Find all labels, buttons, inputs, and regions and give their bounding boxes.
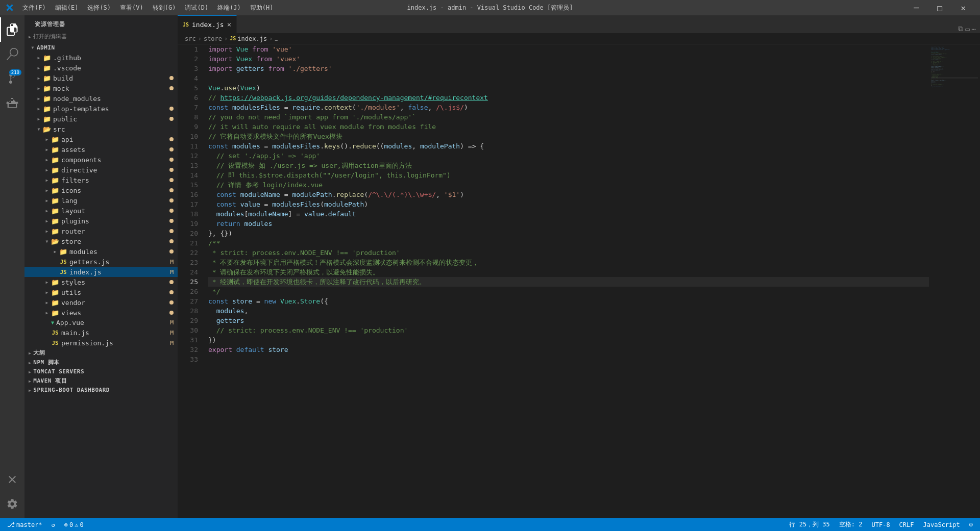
outline-section[interactable]: 大纲 xyxy=(24,348,178,358)
menu-debug[interactable]: 调试(D) xyxy=(181,3,212,13)
tree-item-github[interactable]: 📁 .github xyxy=(24,53,178,63)
cursor-position[interactable]: 行 25，列 35 xyxy=(787,520,831,529)
tree-item-vscode[interactable]: 📁 .vscode xyxy=(24,63,178,73)
npm-scripts-section[interactable]: NPM 脚本 xyxy=(24,358,178,367)
breadcrumb-symbol[interactable]: … xyxy=(275,35,278,42)
encoding-info[interactable]: UTF-8 xyxy=(869,521,892,528)
tomcat-servers-section[interactable]: TOMCAT SERVERS xyxy=(24,367,178,376)
error-count: 0 xyxy=(69,521,73,528)
code-editor[interactable]: 1 2 3 4 5 6 7 8 9 10 11 12 13 14 15 16 1 xyxy=(178,44,980,518)
tab-index-js[interactable]: JS index.js × xyxy=(178,15,237,33)
titlebar-left: 文件(F) 编辑(E) 选择(S) 查看(V) 转到(G) 调试(D) 终端(J… xyxy=(5,3,278,13)
breadcrumb-store[interactable]: store xyxy=(204,35,222,42)
tree-item-utils[interactable]: 📁 utils xyxy=(24,287,178,297)
window-title: index.js - admin - Visual Studio Code [管… xyxy=(407,4,573,12)
ln-13: 13 xyxy=(178,161,198,170)
tree-item-getters[interactable]: JS getters.js M xyxy=(24,257,178,267)
tree-item-assets[interactable]: 📁 assets xyxy=(24,144,178,155)
utils-badge xyxy=(169,290,174,294)
menu-view[interactable]: 查看(V) xyxy=(116,3,148,13)
open-editors-section[interactable]: 打开的编辑器 xyxy=(24,31,178,42)
code-line-28: modules, xyxy=(208,306,929,316)
menu-file[interactable]: 文件(F) xyxy=(18,3,50,13)
menu-edit[interactable]: 编辑(E) xyxy=(51,3,83,13)
vendor-label: vendor xyxy=(61,299,169,307)
breadcrumb-sep1: › xyxy=(198,35,202,42)
close-button[interactable]: ✕ xyxy=(951,0,975,15)
vendor-badge xyxy=(169,300,174,305)
tree-item-modules[interactable]: 📁 modules xyxy=(24,246,178,257)
spring-boot-section[interactable]: SPRING-BOOT DASHBOARD xyxy=(24,386,178,394)
filters-label: filters xyxy=(61,176,169,184)
tree-item-main-js[interactable]: JS main.js M xyxy=(24,327,178,338)
tree-item-plop-templates[interactable]: 📁 plop-templates xyxy=(24,104,178,114)
more-actions-icon[interactable]: ⋯ xyxy=(972,25,976,33)
errors-warnings[interactable]: ⊗ 0 ⚠ 0 xyxy=(62,521,86,528)
maximize-button[interactable]: □ xyxy=(928,0,951,15)
activity-settings[interactable] xyxy=(0,492,24,516)
code-line-32: export default store xyxy=(208,345,929,355)
tree-item-plugins[interactable]: 📁 plugins xyxy=(24,216,178,226)
tree-item-src[interactable]: 📂 src xyxy=(24,124,178,134)
activity-source-control[interactable]: 210 xyxy=(0,66,24,91)
language-mode[interactable]: JavaScript xyxy=(921,521,962,528)
tab-close-button[interactable]: × xyxy=(227,21,231,28)
vue-icon: ▼ xyxy=(51,320,54,325)
ln-28: 28 xyxy=(178,306,198,316)
tree-item-public[interactable]: 📁 public xyxy=(24,114,178,124)
eol-label: CRLF xyxy=(899,521,914,528)
tree-item-router[interactable]: 📁 router xyxy=(24,226,178,236)
tree-item-layout[interactable]: 📁 layout xyxy=(24,206,178,216)
main-js-label: main.js xyxy=(61,329,170,337)
tree-item-app-vue[interactable]: ▼ App.vue M xyxy=(24,318,178,327)
tree-item-store[interactable]: 📂 store xyxy=(24,236,178,246)
views-badge xyxy=(169,311,174,315)
menu-help[interactable]: 帮助(H) xyxy=(246,3,278,13)
activity-extensions[interactable] xyxy=(0,91,24,115)
indent-info[interactable]: 空格: 2 xyxy=(837,520,865,529)
tree-item-permission-js[interactable]: JS permission.js M xyxy=(24,338,178,348)
menu-goto[interactable]: 转到(G) xyxy=(149,3,180,13)
git-branch-name: master* xyxy=(16,521,42,528)
build-badge xyxy=(169,76,174,80)
feedback-icon[interactable]: ☺ xyxy=(967,521,975,528)
tree-item-directive[interactable]: 📁 directive xyxy=(24,165,178,175)
sync-button[interactable]: ↺ xyxy=(50,521,57,528)
toggle-panel-icon[interactable]: ▭ xyxy=(965,25,969,33)
tree-item-filters[interactable]: 📁 filters xyxy=(24,175,178,185)
tree-item-mock[interactable]: 📁 mock xyxy=(24,83,178,93)
breadcrumb-filename: index.js xyxy=(237,35,267,42)
router-label: router xyxy=(61,227,169,235)
tree-item-views[interactable]: 📁 views xyxy=(24,308,178,318)
minimize-button[interactable]: ─ xyxy=(904,0,928,15)
eol-info[interactable]: CRLF xyxy=(897,521,916,528)
folder-icon: 📁 xyxy=(43,94,51,103)
tree-item-api[interactable]: 📁 api xyxy=(24,134,178,144)
breadcrumb-file[interactable]: JS index.js xyxy=(230,35,267,42)
code-content[interactable]: import Vue from 'vue' import Vuex from '… xyxy=(203,44,929,518)
tree-item-index-js[interactable]: JS index.js M xyxy=(24,267,178,277)
split-editor-icon[interactable]: ⧉ xyxy=(958,24,963,33)
views-label: views xyxy=(61,309,169,317)
public-label: public xyxy=(53,115,169,123)
menu-terminal[interactable]: 终端(J) xyxy=(213,3,245,13)
lang-arrow xyxy=(43,196,51,205)
git-branch[interactable]: ⎇ master* xyxy=(5,521,44,528)
tree-item-icons[interactable]: 📁 icons xyxy=(24,185,178,195)
menu-select[interactable]: 选择(S) xyxy=(83,3,115,13)
activity-debug[interactable] xyxy=(0,467,24,492)
activity-explorer[interactable] xyxy=(0,17,24,42)
tree-item-build[interactable]: 📁 build xyxy=(24,73,178,83)
tree-item-node-modules[interactable]: 📁 node_modules xyxy=(24,93,178,104)
tree-item-vendor[interactable]: 📁 vendor xyxy=(24,297,178,308)
activity-search[interactable] xyxy=(0,42,24,66)
maven-arrow xyxy=(29,377,31,384)
tomcat-label: TOMCAT SERVERS xyxy=(33,368,84,375)
maven-section[interactable]: MAVEN 项目 xyxy=(24,376,178,386)
root-folder[interactable]: ADMIN xyxy=(24,42,178,53)
code-line-23: * 不要在发布环境下启用严格模式！严格模式会深度监测状态树来检测不合规的状态变更… xyxy=(208,258,929,267)
tree-item-components[interactable]: 📁 components xyxy=(24,155,178,165)
tree-item-lang[interactable]: 📁 lang xyxy=(24,195,178,206)
tree-item-styles[interactable]: 📁 styles xyxy=(24,277,178,287)
breadcrumb-src[interactable]: src xyxy=(185,35,196,42)
